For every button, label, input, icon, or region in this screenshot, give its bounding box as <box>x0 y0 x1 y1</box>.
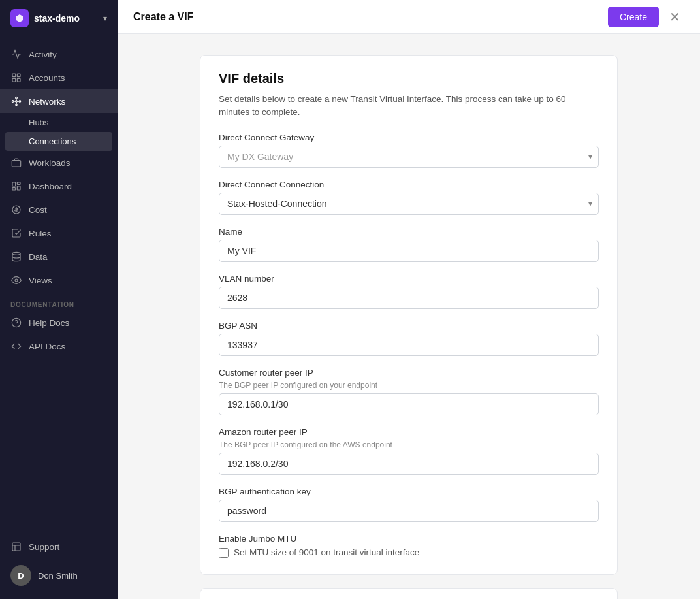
activity-icon <box>10 48 22 60</box>
bgp-auth-input[interactable] <box>219 500 599 522</box>
app-switcher[interactable]: stax-demo ▾ <box>0 0 118 37</box>
svg-point-6 <box>19 101 21 103</box>
section-desc: Set details below to create a new Transi… <box>219 93 599 120</box>
svg-point-20 <box>15 279 18 282</box>
sidebar-item-dashboard-label: Dashboard <box>29 182 72 191</box>
app-logo <box>10 9 29 27</box>
sidebar: stax-demo ▾ Activity Accounts Networks <box>0 0 118 599</box>
sidebar-item-api-docs-label: API Docs <box>29 342 65 351</box>
field-direct-connect-gateway: Direct Connect Gateway My DX Gateway ▾ <box>219 133 599 168</box>
dcc-select[interactable]: Stax-Hosted-Connection <box>219 193 599 215</box>
jumbo-mtu-label: Enable Jumbo MTU <box>219 534 599 543</box>
sidebar-item-accounts-label: Accounts <box>29 73 65 83</box>
name-input[interactable] <box>219 240 599 262</box>
svg-point-7 <box>16 97 18 99</box>
jumbo-mtu-checkbox[interactable] <box>219 548 229 558</box>
svg-rect-14 <box>12 182 16 186</box>
bgp-asn-input[interactable] <box>219 334 599 356</box>
field-amazon-router-peer-ip: Amazon router peer IP The BGP peer IP co… <box>219 427 599 475</box>
sidebar-item-dashboard[interactable]: Dashboard <box>0 174 118 198</box>
sidebar-item-networks[interactable]: Networks <box>0 89 118 113</box>
tags-card: Tags (optional) Tag Name Tag Value Add E… <box>200 588 618 599</box>
vlan-input[interactable] <box>219 287 599 309</box>
sidebar-subitem-hubs-label: Hubs <box>29 118 48 127</box>
networks-icon <box>10 95 22 107</box>
sidebar-item-support[interactable]: Support <box>0 535 118 559</box>
sidebar-item-activity-label: Activity <box>29 50 57 59</box>
svg-rect-0 <box>12 74 16 77</box>
crpi-label: Customer router peer IP <box>219 368 599 378</box>
svg-rect-16 <box>17 186 20 190</box>
svg-point-19 <box>12 252 20 255</box>
crpi-sublabel: The BGP peer IP configured on your endpo… <box>219 381 599 390</box>
sidebar-item-views[interactable]: Views <box>0 268 118 292</box>
user-profile[interactable]: D Don Smith <box>0 559 118 592</box>
field-direct-connect-connection: Direct Connect Connection Stax-Hosted-Co… <box>219 180 599 215</box>
avatar-initial: D <box>18 571 24 581</box>
api-docs-icon <box>10 340 22 352</box>
close-button[interactable]: ✕ <box>665 8 684 26</box>
arpi-input[interactable] <box>219 453 599 475</box>
dcg-label: Direct Connect Gateway <box>219 133 599 142</box>
sidebar-item-rules[interactable]: Rules <box>0 221 118 245</box>
sidebar-item-activity[interactable]: Activity <box>0 42 118 66</box>
svg-rect-1 <box>17 74 20 77</box>
svg-rect-23 <box>12 543 20 551</box>
jumbo-mtu-checkbox-label: Set MTU size of 9001 on transit virtual … <box>234 547 419 559</box>
sidebar-item-accounts[interactable]: Accounts <box>0 66 118 89</box>
sidebar-item-cost[interactable]: Cost <box>0 198 118 221</box>
sidebar-item-help-docs-label: Help Docs <box>29 318 69 328</box>
sidebar-item-networks-label: Networks <box>29 97 65 106</box>
topbar: Create a VIF Create ✕ <box>118 0 700 34</box>
sidebar-subitem-connections-label: Connections <box>29 137 76 146</box>
page-title: Create a VIF <box>133 11 193 23</box>
field-bgp-asn: BGP ASN <box>219 321 599 356</box>
arpi-label: Amazon router peer IP <box>219 427 599 437</box>
field-enable-jumbo-mtu: Enable Jumbo MTU Set MTU size of 9001 on… <box>219 534 599 559</box>
sidebar-subitem-connections[interactable]: Connections <box>5 132 112 151</box>
form-container: VIF details Set details below to create … <box>200 55 618 578</box>
accounts-icon <box>10 72 22 84</box>
data-icon <box>10 251 22 263</box>
vif-details-card: VIF details Set details below to create … <box>200 55 618 575</box>
svg-point-8 <box>16 104 18 106</box>
svg-point-21 <box>12 318 20 327</box>
sidebar-item-views-label: Views <box>29 276 52 285</box>
topbar-actions: Create ✕ <box>608 7 684 27</box>
dcc-label: Direct Connect Connection <box>219 180 599 189</box>
sidebar-item-api-docs[interactable]: API Docs <box>0 334 118 358</box>
svg-point-5 <box>12 101 14 103</box>
create-button[interactable]: Create <box>608 7 659 27</box>
dcg-select[interactable]: My DX Gateway <box>219 146 599 168</box>
svg-point-4 <box>16 101 18 103</box>
views-icon <box>10 274 22 286</box>
field-name: Name <box>219 227 599 262</box>
svg-rect-15 <box>17 182 20 184</box>
doc-section-label: DOCUMENTATION <box>0 292 118 311</box>
name-label: Name <box>219 227 599 236</box>
avatar: D <box>10 565 31 586</box>
vlan-label: VLAN number <box>219 274 599 283</box>
help-docs-icon <box>10 317 22 329</box>
support-icon <box>10 541 22 553</box>
sidebar-item-support-label: Support <box>29 542 59 552</box>
crpi-input[interactable] <box>219 393 599 415</box>
main-area: Create a VIF Create ✕ VIF details Set de… <box>118 0 700 599</box>
arpi-sublabel: The BGP peer IP configured on the AWS en… <box>219 440 599 449</box>
content-area: VIF details Set details below to create … <box>118 34 700 599</box>
field-customer-router-peer-ip: Customer router peer IP The BGP peer IP … <box>219 368 599 415</box>
dcg-select-wrapper: My DX Gateway ▾ <box>219 146 599 168</box>
field-vlan-number: VLAN number <box>219 274 599 309</box>
sidebar-item-workloads[interactable]: Workloads <box>0 151 118 174</box>
svg-rect-3 <box>17 78 20 82</box>
app-name: stax-demo <box>34 13 98 24</box>
sidebar-item-help-docs[interactable]: Help Docs <box>0 311 118 334</box>
sidebar-nav: Activity Accounts Networks Hubs Connecti… <box>0 37 118 528</box>
sidebar-subitem-hubs[interactable]: Hubs <box>0 113 118 132</box>
dashboard-icon <box>10 180 22 192</box>
bgp-asn-label: BGP ASN <box>219 321 599 331</box>
sidebar-item-data[interactable]: Data <box>0 245 118 268</box>
field-bgp-auth-key: BGP authentication key <box>219 487 599 522</box>
dcc-select-wrapper: Stax-Hosted-Connection ▾ <box>219 193 599 215</box>
svg-rect-13 <box>12 161 20 167</box>
